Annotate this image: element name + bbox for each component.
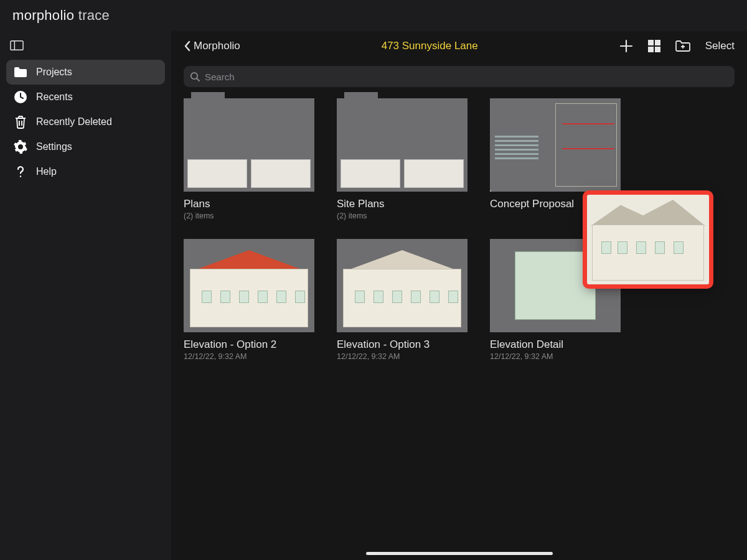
- thumbnail: [337, 98, 467, 192]
- search-input[interactable]: [205, 72, 728, 82]
- app-header: morpholio trace: [0, 0, 747, 31]
- main-content: Morpholio 473 Sunnyside Lane Select: [171, 31, 747, 560]
- item-meta: 12/12/22, 9:32 AM: [184, 352, 314, 361]
- item-name: Elevation - Option 3: [337, 338, 467, 351]
- gear-icon: [14, 140, 27, 154]
- sidebar-item-help[interactable]: Help: [6, 159, 165, 184]
- app-brand: morpholio trace: [12, 7, 110, 24]
- add-button[interactable]: [619, 39, 633, 53]
- svg-rect-0: [11, 41, 23, 50]
- thumbnail: [337, 239, 467, 332]
- folder-card[interactable]: Plans(2) items: [184, 98, 314, 220]
- thumbnail: [184, 98, 314, 192]
- back-label: Morpholio: [194, 40, 240, 52]
- thumbnail: [184, 239, 314, 332]
- sidebar-item-label: Recently Deleted: [36, 116, 112, 128]
- svg-point-3: [20, 175, 21, 177]
- item-meta: (2) items: [184, 212, 314, 220]
- help-icon: [14, 165, 27, 179]
- item-name: Elevation Detail: [490, 338, 621, 351]
- back-button[interactable]: Morpholio: [184, 40, 240, 52]
- page-title: 473 Sunnyside Lane: [251, 40, 608, 52]
- sidebar-item-projects[interactable]: Projects: [6, 60, 165, 85]
- item-name: Concept Proposal: [490, 198, 621, 210]
- drawing-card[interactable]: Elevation - Option 312/12/22, 9:32 AM: [337, 239, 467, 361]
- svg-rect-6: [648, 47, 654, 52]
- sidebar-item-label: Projects: [36, 67, 72, 78]
- item-meta: 12/12/22, 9:32 AM: [337, 352, 467, 361]
- chevron-left-icon: [184, 40, 191, 52]
- sidebar-toggle-icon[interactable]: [10, 39, 24, 52]
- home-indicator: [366, 552, 553, 555]
- item-meta: (2) items: [337, 212, 467, 220]
- drawing-card[interactable]: +3Concept Proposal: [490, 98, 621, 220]
- svg-rect-4: [648, 40, 654, 45]
- sidebar-item-recents[interactable]: Recents: [6, 85, 165, 110]
- drawing-card[interactable]: Elevation Detail12/12/22, 9:32 AM: [490, 239, 621, 361]
- item-name: Elevation - Option 2: [184, 338, 314, 351]
- select-button[interactable]: Select: [705, 40, 735, 52]
- search-icon: [190, 72, 200, 82]
- svg-rect-5: [655, 40, 660, 45]
- sidebar: Projects Recents Recently Deleted Settin…: [0, 31, 171, 560]
- sidebar-toggle-row: [6, 39, 165, 54]
- toolbar-actions: Select: [619, 39, 735, 53]
- brand-word-a: morpholio: [12, 7, 74, 23]
- sidebar-item-recently-deleted[interactable]: Recently Deleted: [6, 110, 165, 134]
- grid-view-button[interactable]: [648, 40, 660, 52]
- clock-icon: [14, 90, 27, 104]
- brand-word-b: trace: [78, 7, 110, 23]
- sidebar-item-label: Help: [36, 166, 57, 177]
- sidebar-item-label: Recents: [36, 91, 73, 103]
- item-name: Plans: [184, 198, 314, 210]
- drawing-card[interactable]: Elevation - Option 212/12/22, 9:32 AM: [184, 239, 314, 361]
- trash-icon: [14, 115, 27, 129]
- folder-icon: [14, 65, 27, 79]
- toolbar: Morpholio 473 Sunnyside Lane Select: [171, 31, 747, 61]
- item-meta: 12/12/22, 9:32 AM: [490, 352, 621, 361]
- sidebar-item-settings[interactable]: Settings: [6, 134, 165, 159]
- folder-card[interactable]: Site Plans(2) items: [337, 98, 467, 220]
- items-grid: Plans(2) itemsSite Plans(2) items+3Conce…: [171, 98, 747, 361]
- thumbnail: [490, 239, 621, 332]
- sidebar-item-label: Settings: [36, 141, 72, 152]
- search-bar[interactable]: [184, 66, 735, 87]
- svg-rect-7: [655, 47, 660, 52]
- thumbnail: +3: [490, 98, 621, 192]
- item-name: Site Plans: [337, 198, 467, 210]
- new-folder-button[interactable]: [675, 40, 690, 52]
